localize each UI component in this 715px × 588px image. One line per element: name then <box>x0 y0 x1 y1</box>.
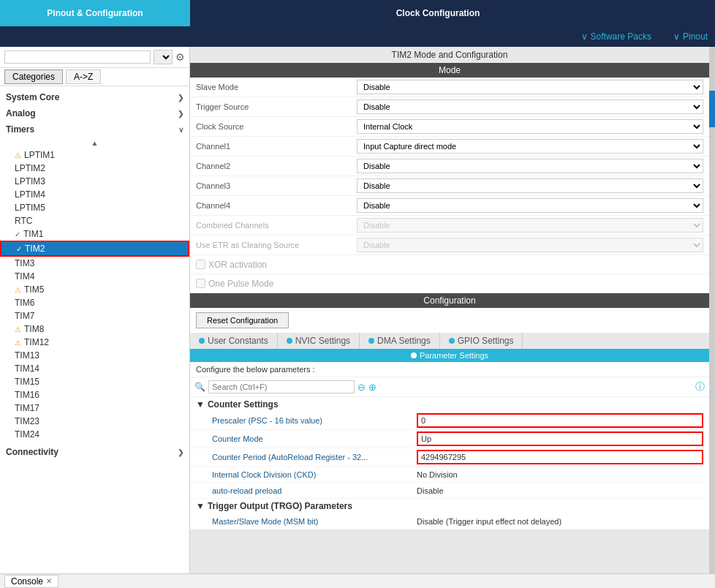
timer-label: LPTIM3 <box>15 176 45 186</box>
timer-label: TIM5 <box>24 284 44 295</box>
timer-label: LPTIM1 <box>24 150 55 160</box>
sidebar-item-timers[interactable]: Timers ∨ <box>0 121 189 137</box>
tab-user-constants[interactable]: User Constants <box>190 333 278 349</box>
sidebar-item-tim5[interactable]: ⚠TIM5 <box>0 283 189 296</box>
timer-label: TIM8 <box>24 324 44 334</box>
param-value[interactable]: No Division <box>417 470 703 479</box>
xor-label: XOR activation <box>208 260 267 270</box>
param-value[interactable]: 0 <box>417 413 703 428</box>
pinout-item[interactable]: ∨ Pinout <box>673 31 708 42</box>
configure-text: Configure the below parameters : <box>190 362 709 377</box>
counter-rows: Prescaler (PSC - 16 bits value)0Counter … <box>190 412 709 499</box>
channel1-label: Channel1 <box>196 142 357 151</box>
sidebar-item-lptim5[interactable]: LPTIM5 <box>0 201 189 214</box>
timer-label: TIM24 <box>15 429 39 440</box>
trigger-source-select[interactable]: Disable <box>357 99 703 114</box>
pinout-tab[interactable]: Pinout & Configuration <box>0 0 190 26</box>
main-layout: ⚙ Categories A->Z System Core ❯ Analog ❯ <box>0 47 715 573</box>
xor-checkbox-row: XOR activation <box>196 260 267 270</box>
param-search-input[interactable] <box>208 380 355 393</box>
param-name: Counter Mode <box>212 434 417 443</box>
clock-source-label: Clock Source <box>196 122 357 131</box>
software-packs-item[interactable]: ∨ Software Packs <box>581 31 651 42</box>
param-name: Internal Clock Division (CKD) <box>212 470 417 479</box>
sidebar-item-tim2[interactable]: ✓TIM2 <box>0 241 189 257</box>
tab-categories[interactable]: Categories <box>4 69 63 84</box>
sidebar-item-tim23[interactable]: TIM23 <box>0 415 189 428</box>
sidebar-item-tim8[interactable]: ⚠TIM8 <box>0 323 189 336</box>
tab-az[interactable]: A->Z <box>66 69 101 84</box>
sidebar-item-tim1[interactable]: ✓TIM1 <box>0 227 189 241</box>
sidebar-item-tim24[interactable]: TIM24 <box>0 428 189 441</box>
param-name: Counter Period (AutoReload Register - 32… <box>212 453 417 461</box>
sidebar-item-tim7[interactable]: TIM7 <box>0 309 189 323</box>
sidebar-item-system-core[interactable]: System Core ❯ <box>0 89 189 105</box>
channel1-select[interactable]: Input Capture direct mode <box>357 139 703 154</box>
channel3-label: Channel3 <box>196 181 357 190</box>
clock-source-select[interactable]: Internal Clock <box>357 119 703 134</box>
sidebar-item-tim6[interactable]: TIM6 <box>0 296 189 309</box>
tab-dma-settings[interactable]: DMA Settings <box>360 333 440 349</box>
timer-list: ⚠LPTIM1LPTIM2LPTIM3LPTIM4LPTIM5RTC✓TIM1✓… <box>0 148 189 441</box>
mode-section: Slave Mode Disable Trigger Source Disabl… <box>190 78 709 293</box>
info-icon[interactable]: ⓘ <box>695 380 705 393</box>
trigger-source-label: Trigger Source <box>196 102 357 111</box>
sidebar-item-analog[interactable]: Analog ❯ <box>0 105 189 121</box>
channel4-select[interactable]: Disable <box>357 198 703 213</box>
close-icon[interactable]: ✕ <box>46 577 52 585</box>
param-row: Counter ModeUp <box>190 430 709 448</box>
gear-icon[interactable]: ⚙ <box>175 51 185 63</box>
right-scrollbar-thumb[interactable] <box>709 91 715 127</box>
scroll-up-icon[interactable]: ▲ <box>91 139 99 147</box>
conf-section: Reset Configuration User Constants NVIC … <box>190 308 709 529</box>
sidebar-item-lptim1[interactable]: ⚠LPTIM1 <box>0 148 189 162</box>
trigger-output-group[interactable]: ▼ Trigger Output (TRGO) Parameters <box>190 499 709 513</box>
sidebar-item-tim14[interactable]: TIM14 <box>0 362 189 375</box>
right-scrollbar[interactable] <box>709 47 715 573</box>
sidebar-item-lptim2[interactable]: LPTIM2 <box>0 162 189 175</box>
sidebar-item-tim15[interactable]: TIM15 <box>0 375 189 388</box>
param-value[interactable]: 4294967295 <box>417 450 703 464</box>
sidebar-item-tim17[interactable]: TIM17 <box>0 402 189 415</box>
channel2-select[interactable]: Disable <box>357 159 703 173</box>
console-tab[interactable]: Console ✕ <box>4 575 58 588</box>
sidebar-item-tim4[interactable]: TIM4 <box>0 270 189 283</box>
sidebar-item-tim13[interactable]: TIM13 <box>0 349 189 362</box>
param-settings-active-tab[interactable]: Parameter Settings <box>190 349 709 362</box>
tab-nvic-settings[interactable]: NVIC Settings <box>278 333 360 349</box>
param-tabs: User Constants NVIC Settings DMA Setting… <box>190 333 709 349</box>
chevron-down-icon: ∨ <box>178 126 184 134</box>
slave-mode-row: Slave Mode Disable <box>190 78 709 97</box>
sidebar-item-lptim3[interactable]: LPTIM3 <box>0 175 189 188</box>
trigger-source-row: Trigger Source Disable <box>190 97 709 117</box>
reset-configuration-button[interactable]: Reset Configuration <box>196 312 289 328</box>
sidebar-item-connectivity[interactable]: Connectivity ❯ <box>0 444 189 460</box>
channel3-select[interactable]: Disable <box>357 178 703 193</box>
warning-icon: ⚠ <box>15 325 21 333</box>
sidebar-item-tim16[interactable]: TIM16 <box>0 388 189 402</box>
sidebar-search-dropdown[interactable] <box>154 50 173 64</box>
one-pulse-label: One Pulse Mode <box>208 279 273 289</box>
xor-checkbox[interactable] <box>196 260 205 269</box>
clock-tab[interactable]: Clock Configuration <box>190 0 686 26</box>
param-value[interactable]: Up <box>417 431 703 446</box>
sidebar-item-tim12[interactable]: ⚠TIM12 <box>0 336 189 349</box>
sidebar-item-rtc[interactable]: RTC <box>0 214 189 227</box>
param-value[interactable]: Disable <box>417 486 703 495</box>
counter-settings-group[interactable]: ▼ Counter Settings <box>190 397 709 412</box>
pinout-tab-label: Pinout & Configuration <box>47 8 143 18</box>
sidebar-item-lptim4[interactable]: LPTIM4 <box>0 188 189 201</box>
check-icon: ✓ <box>15 230 20 238</box>
content-wrapper: TIM2 Mode and Configuration Mode Slave M… <box>190 47 715 573</box>
warning-icon: ⚠ <box>15 339 21 347</box>
sidebar-item-tim3[interactable]: TIM3 <box>0 257 189 270</box>
tab-gpio-settings[interactable]: GPIO Settings <box>440 333 523 349</box>
one-pulse-checkbox[interactable] <box>196 279 205 288</box>
sidebar-search-input[interactable] <box>4 50 151 64</box>
console-bar: Console ✕ <box>0 573 715 588</box>
next-icon[interactable]: ⊕ <box>368 382 377 393</box>
prev-icon[interactable]: ⊖ <box>358 382 366 393</box>
nvic-dot <box>287 338 292 344</box>
slave-mode-select[interactable]: Disable <box>357 80 703 94</box>
timer-label: TIM13 <box>15 350 39 361</box>
